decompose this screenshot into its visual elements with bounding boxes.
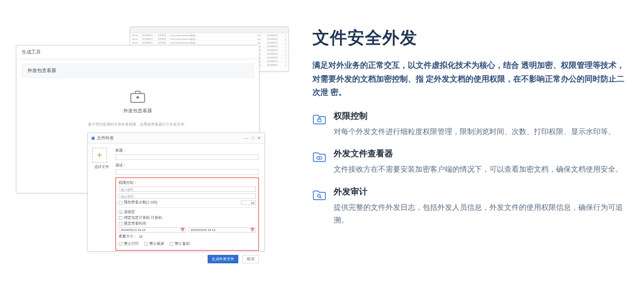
checkbox-source-lock[interactable] <box>119 210 122 214</box>
checkbox-limit-time[interactable] <box>119 222 122 226</box>
log-cell: 文件外发 <box>158 33 169 37</box>
label-source-lock: 源锁定 <box>124 210 135 215</box>
input-desc[interactable] <box>115 169 259 175</box>
label-limit-count: 限制查看次数(1-100) <box>124 200 157 205</box>
permission-section-label: 权限控制： <box>119 180 256 185</box>
checkbox-no-copy[interactable] <box>169 242 173 246</box>
briefcase-icon <box>130 96 146 105</box>
feature-list: 权限控制对每个外发文件进行细粒度权限管理，限制浏览时间、次数、打印权限、显示水印… <box>312 111 628 227</box>
feature-item: 权限控制对每个外发文件进行细粒度权限管理，限制浏览时间、次数、打印权限、显示水印… <box>312 111 628 138</box>
feature-title: 权限控制 <box>334 111 628 122</box>
mock-form-dialog: ▣ 文件外发 — □ ✕ + 选择文件 标题： 描述： 权限控制： 输入密码 确… <box>87 132 265 252</box>
log-cell: 2024/03/13 <box>267 37 283 40</box>
log-cell: admin <box>130 37 142 40</box>
feature-title: 外发审计 <box>334 187 628 198</box>
checkbox-bind-host[interactable] <box>119 216 122 220</box>
log-cell: 文件外发 <box>158 41 169 44</box>
audit-folder-icon <box>312 187 334 227</box>
log-cell: exe <box>257 33 267 37</box>
log-cell: 2024/03/13 <box>142 37 158 40</box>
log-cell: 文件外发 <box>158 37 169 40</box>
feature-title: 外发文件查看器 <box>334 148 628 159</box>
checkbox-limit-count[interactable] <box>119 201 122 205</box>
svg-rect-2 <box>318 119 321 121</box>
input-title[interactable] <box>115 154 259 160</box>
label-title: 标题： <box>115 148 259 153</box>
mask-size-value: 10 <box>139 235 142 238</box>
dialog-title: 文件外发 <box>97 135 114 141</box>
log-cell: admin <box>130 33 142 37</box>
log-cell: 2024/03/13 <box>142 33 158 37</box>
maximize-icon[interactable]: □ <box>252 136 254 140</box>
log-cell: 2024/03/13 <box>142 41 158 44</box>
feature-item: 外发文件查看器文件接收方在不需要安装加密客户端的情况下，可以查看加密文档，确保文… <box>312 148 628 176</box>
feature-desc: 文件接收方在不需要安装加密客户端的情况下，可以查看加密文档，确保文档使用安全。 <box>334 163 628 176</box>
label-no-capture: 禁止截屏 <box>149 242 164 246</box>
log-cell: 1 <box>283 33 288 37</box>
label-limit-time: 限定查看时间 <box>124 221 146 226</box>
log-cell: 2024/03/13 <box>267 52 283 55</box>
window-title: 生成工具 <box>16 46 259 59</box>
minimize-icon[interactable]: — <box>244 136 248 140</box>
dialog-file-icon: ▣ <box>91 136 95 140</box>
log-cell: 2024/03/13 <box>267 48 283 51</box>
log-cell: 2024/03/13 <box>267 59 283 63</box>
permission-box: 权限控制： 输入密码 确认密码 限制查看次数(1-100) 10 源锁定 绑定指… <box>115 178 259 251</box>
log-cell: 2024/03/13 <box>267 45 283 48</box>
log-cell: 1 <box>283 56 288 59</box>
feature-desc: 提供完整的文件外发日志，包括外发人员信息，外发文件的使用权限信息，确保行为可追溯… <box>334 201 628 227</box>
cancel-button[interactable]: 取消 <box>242 255 259 263</box>
svg-line-6 <box>320 197 321 198</box>
add-file-button[interactable]: + <box>92 148 107 163</box>
label-mask-size: 遮盖大小： <box>119 234 137 239</box>
label-no-print: 禁止打印 <box>124 242 139 246</box>
lead-paragraph: 满足对外业务的正常交互，以文件虚拟化技术为核心，结合 透明加密、权限管理等技术，… <box>312 58 628 99</box>
log-cell: 2024/03/13 <box>267 63 283 66</box>
input-count[interactable]: 10 <box>241 200 256 205</box>
svg-rect-1 <box>137 96 139 99</box>
checkbox-no-capture[interactable] <box>144 242 148 246</box>
viewer-folder-icon <box>312 148 334 176</box>
log-cell: 2024/03/13 <box>267 56 283 59</box>
log-cell: C:\users\administrator\桌面\.... <box>169 37 257 40</box>
package-center-label: 外发包查看器 <box>16 108 259 114</box>
input-password[interactable]: 输入密码 <box>119 187 256 192</box>
package-header: 外发包查看器 <box>22 64 254 78</box>
log-row: admin2024/03/13文件外发C:\users\administrato… <box>130 37 288 41</box>
log-cell: 1 <box>283 63 288 66</box>
feature-item: 外发审计提供完整的文件外发日志，包括外发人员信息，外发文件的使用权限信息，确保行… <box>312 187 628 227</box>
calendar-icon: 📅 <box>181 227 184 233</box>
package-hint: 基于受控应用的文件外发权限，使用该查看器打开外发文件。 <box>16 122 259 127</box>
close-icon[interactable]: ✕ <box>257 136 261 140</box>
checkbox-no-print[interactable] <box>119 242 122 246</box>
log-cell: 2024/03/13 <box>267 33 283 37</box>
log-cell: 2024/03/13 <box>267 41 283 44</box>
label-desc: 描述： <box>115 163 259 168</box>
add-file-label: 选择文件 <box>92 164 111 170</box>
log-cell: C:\users\administrator\桌面\.... <box>169 41 257 44</box>
svg-point-4 <box>319 157 320 159</box>
date-from[interactable]: 2024/03/13 19:13📅 <box>119 227 186 233</box>
lock-folder-icon <box>312 111 334 138</box>
log-cell: admin <box>130 41 142 44</box>
log-cell: 1 <box>283 52 288 55</box>
log-cell: 1 <box>283 37 288 40</box>
log-cell: exe <box>257 41 267 44</box>
log-cell: exe <box>257 37 267 40</box>
feature-desc: 对每个外发文件进行细粒度权限管理，限制浏览时间、次数、打印权限、显示水印等。 <box>334 125 628 138</box>
log-cell: 1 <box>283 45 288 48</box>
page-title: 文件安全外发 <box>312 26 628 50</box>
label-no-copy: 禁止复制 <box>175 242 190 246</box>
product-screenshots: admin2024/03/13文件外发C:\users\administrato… <box>16 11 291 273</box>
log-row: admin2024/03/13文件外发C:\users\administrato… <box>130 33 288 37</box>
submit-button[interactable]: 生成外发文件 <box>208 255 238 263</box>
svg-point-5 <box>318 194 320 197</box>
input-confirm-password[interactable]: 确认密码 <box>119 193 256 199</box>
log-cell: 1 <box>283 41 288 44</box>
log-cell: 1 <box>283 59 288 63</box>
log-cell: C:\users\administrator\桌面\.... <box>169 33 257 37</box>
calendar-icon: 📅 <box>251 227 254 233</box>
log-cell: 1 <box>283 48 288 51</box>
label-bind-host: 绑定指定计算机 计算机 <box>124 216 162 220</box>
date-to[interactable]: 2024/03/20 19:13📅 <box>189 227 256 233</box>
